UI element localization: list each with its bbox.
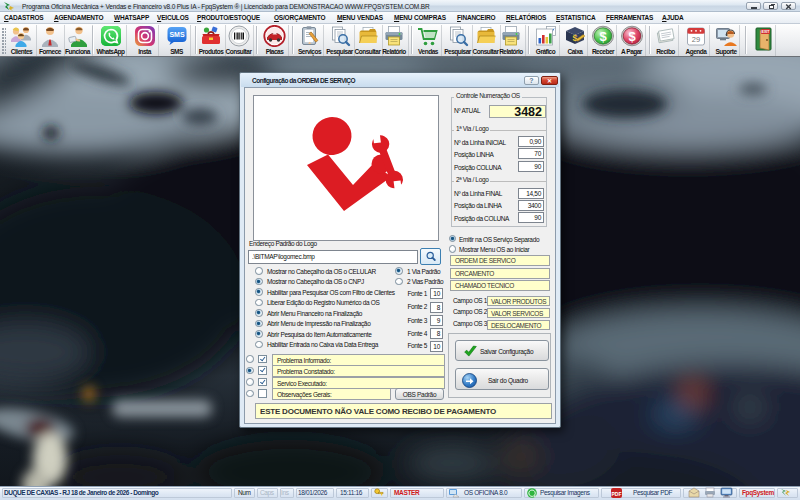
svg-text:29: 29 — [692, 35, 700, 44]
svg-text:$: $ — [599, 29, 607, 44]
svg-text:$: $ — [628, 29, 636, 44]
svg-text:$: $ — [572, 33, 577, 43]
svg-text:SMS: SMS — [169, 31, 185, 38]
svg-text:EXIT: EXIT — [762, 30, 771, 34]
svg-text:PDF: PDF — [612, 491, 622, 497]
